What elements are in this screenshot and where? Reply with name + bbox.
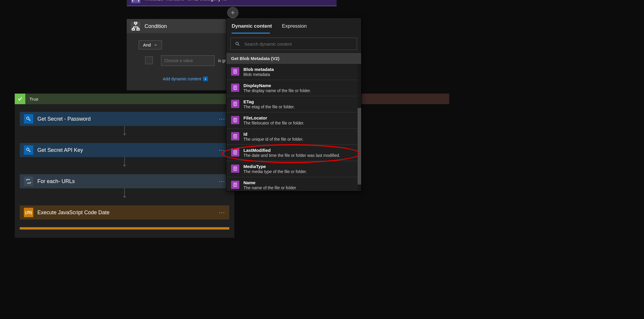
condition-icon bbox=[131, 21, 140, 31]
action-more-icon[interactable]: ··· bbox=[219, 178, 225, 185]
item-description: The name of the file or folder bbox=[243, 185, 296, 190]
search-input[interactable] bbox=[244, 41, 353, 47]
item-title: Name bbox=[243, 180, 296, 185]
true-branch: True Get Secret - Password···Get Secret … bbox=[15, 94, 234, 238]
blob-token-icon bbox=[231, 132, 239, 140]
blob-token-icon bbox=[231, 181, 239, 189]
action-step[interactable]: {JS}Execute JavaScript Code Date··· bbox=[20, 205, 229, 220]
item-title: LastModified bbox=[243, 148, 340, 153]
row-select-checkbox[interactable] bbox=[145, 57, 153, 64]
and-label: And bbox=[143, 42, 151, 47]
item-description: The unique id of the file or folder. bbox=[243, 137, 303, 142]
check-icon bbox=[15, 94, 25, 104]
action-title: Execute JavaScript Code Date bbox=[37, 210, 215, 216]
blob-token-icon bbox=[231, 84, 239, 92]
svg-rect-0 bbox=[135, 22, 137, 24]
blob-token-icon bbox=[231, 100, 239, 108]
search-icon bbox=[235, 41, 240, 46]
blob-token-icon bbox=[231, 148, 239, 157]
kv-icon bbox=[24, 114, 33, 124]
true-label: True bbox=[29, 97, 38, 102]
item-title: MediaType bbox=[243, 164, 307, 169]
true-branch-header[interactable]: True bbox=[15, 94, 234, 104]
dynamic-content-item[interactable]: Blob metadataBlob metadata bbox=[226, 64, 361, 80]
action-step[interactable]: Get Secret API Key··· bbox=[20, 143, 229, 157]
dynamic-content-item[interactable]: FileLocatorThe filelocator of the file o… bbox=[226, 112, 361, 129]
dynamic-content-list: Blob metadataBlob metadataDisplayNameThe… bbox=[226, 64, 361, 191]
kv-icon bbox=[24, 145, 33, 155]
svg-point-5 bbox=[236, 42, 238, 45]
add-dynamic-content-link[interactable]: Add dynamic content ＋ bbox=[163, 77, 208, 81]
svg-rect-1 bbox=[132, 29, 135, 30]
false-branch-header[interactable] bbox=[361, 94, 449, 104]
jsx-icon: {JS} bbox=[24, 208, 33, 217]
search-dynamic-content[interactable] bbox=[230, 38, 357, 50]
action-more-icon[interactable]: ··· bbox=[219, 116, 225, 122]
dynamic-content-badge-icon: ＋ bbox=[203, 77, 208, 81]
scrollbar-track[interactable] bbox=[358, 64, 361, 191]
tab-dynamic-content[interactable]: Dynamic content bbox=[232, 23, 272, 33]
dynamic-content-item[interactable]: LastModifiedThe date and time the file o… bbox=[226, 145, 361, 161]
action-title: Get Secret - Password bbox=[37, 116, 215, 122]
tab-expression[interactable]: Expression bbox=[282, 23, 307, 33]
foreach-icon bbox=[24, 177, 33, 186]
blob-token-icon bbox=[231, 67, 239, 76]
item-description: The media type of the file or folder. bbox=[243, 169, 307, 174]
blob-token-icon bbox=[231, 116, 239, 124]
scrollbar-thumb[interactable] bbox=[358, 108, 361, 185]
action-collapsed-strip[interactable] bbox=[20, 227, 229, 230]
item-description: Blob metadata bbox=[243, 72, 274, 77]
action-more-icon[interactable]: ··· bbox=[219, 210, 225, 216]
action-step[interactable]: Get Secret - Password··· bbox=[20, 112, 229, 126]
condition-group-operator[interactable]: And bbox=[139, 40, 162, 49]
action-title: Get Secret API Key bbox=[37, 147, 215, 153]
item-title: Id bbox=[243, 132, 303, 137]
dynamic-content-item[interactable]: DisplayNameThe display name of the file … bbox=[226, 80, 361, 96]
dynamic-content-popup: Dynamic content Expression Get Blob Meta… bbox=[226, 18, 361, 191]
dynamic-content-item[interactable]: MediaTypeThe media type of the file or f… bbox=[226, 161, 361, 177]
action-initialize-variable[interactable]: Initialize Variable- URL Category Id ··· bbox=[127, 0, 337, 6]
action-step[interactable]: For each- URLs··· bbox=[20, 174, 229, 188]
action-more-icon[interactable]: ··· bbox=[326, 0, 332, 2]
flow-arrow bbox=[124, 188, 125, 198]
variable-icon bbox=[131, 0, 140, 3]
item-title: Blob metadata bbox=[243, 67, 274, 72]
svg-rect-2 bbox=[137, 29, 139, 30]
dynamic-content-item[interactable]: IdThe unique id of the file or folder. bbox=[226, 129, 361, 145]
item-title: DisplayName bbox=[243, 83, 311, 88]
tab-indicator bbox=[232, 33, 270, 34]
chevron-down-icon bbox=[154, 43, 157, 47]
insert-step-button[interactable] bbox=[227, 7, 238, 18]
dynamic-content-item[interactable]: ETagThe etag of the file or folder. bbox=[226, 96, 361, 112]
item-description: The date and time the file or folder was… bbox=[243, 153, 340, 158]
action-title: For each- URLs bbox=[37, 178, 215, 185]
item-title: ETag bbox=[243, 99, 295, 104]
item-title: FileLocator bbox=[243, 115, 304, 120]
dynamic-content-item[interactable]: NameThe name of the file or folder bbox=[226, 177, 361, 191]
flow-arrow bbox=[124, 157, 125, 167]
action-more-icon[interactable]: ··· bbox=[219, 147, 225, 153]
dynamic-content-section-header[interactable]: Get Blob Metadata (V2) bbox=[226, 53, 361, 64]
item-description: The etag of the file or folder. bbox=[243, 104, 295, 109]
flow-arrow bbox=[124, 126, 125, 135]
choose-value-input[interactable] bbox=[161, 55, 215, 66]
item-description: The filelocator of the file or folder. bbox=[243, 121, 304, 125]
blob-token-icon bbox=[231, 165, 239, 173]
action-title: Initialize Variable- URL Category Id bbox=[145, 0, 322, 2]
item-description: The display name of the file or folder. bbox=[243, 88, 311, 93]
